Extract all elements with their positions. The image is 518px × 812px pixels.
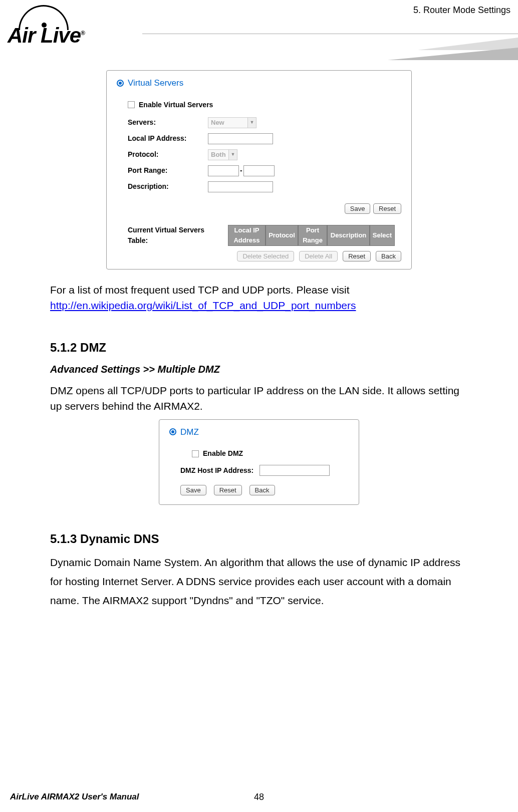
enable-virtual-servers-label: Enable Virtual Servers	[139, 100, 213, 110]
dmz-host-input[interactable]	[260, 465, 330, 476]
reset-button[interactable]: Reset	[373, 203, 401, 214]
airlive-logo: Air Live®	[8, 8, 85, 32]
radio-selected-icon	[117, 80, 124, 87]
radio-selected-icon	[169, 428, 176, 435]
servers-label: Servers:	[128, 117, 208, 128]
table-header: Description	[327, 225, 370, 246]
body-text-ports: For a list of most frequent used TCP and…	[50, 282, 468, 314]
dmz-panel: DMZ Enable DMZ DMZ Host IP Address: Save…	[159, 419, 359, 505]
page-footer: AirLive AIRMAX2 User's Manual 48	[0, 792, 518, 802]
port-range-start-input[interactable]	[208, 165, 239, 176]
table-header: Select	[370, 225, 395, 246]
reset-button[interactable]: Reset	[214, 485, 242, 495]
local-ip-input[interactable]	[208, 133, 273, 144]
save-button[interactable]: Save	[180, 485, 206, 495]
page-number: 48	[254, 792, 264, 802]
back-button[interactable]: Back	[376, 251, 401, 261]
local-ip-label: Local IP Address:	[128, 133, 208, 144]
table-header: Port Range	[298, 225, 327, 246]
chapter-header: 5. Router Mode Settings	[413, 5, 510, 16]
section-dmz-body: DMZ opens all TCP/UDP ports to particula…	[50, 383, 468, 414]
section-ddns-body: Dynamic Domain Name System. An algorithm…	[50, 553, 468, 610]
protocol-label: Protocol:	[128, 149, 208, 160]
section-ddns-heading: 5.1.3 Dynamic DNS	[50, 530, 468, 548]
save-button[interactable]: Save	[345, 203, 371, 214]
footer-manual-title: AirLive AIRMAX2 User's Manual	[10, 792, 139, 802]
servers-select[interactable]: New	[208, 117, 248, 128]
logo-text: Air Live®	[8, 24, 85, 47]
panel-title: DMZ	[180, 426, 199, 439]
enable-virtual-servers-checkbox[interactable]	[128, 101, 135, 108]
delete-all-button[interactable]: Delete All	[299, 251, 338, 261]
section-dmz-subheading: Advanced Settings >> Multiple DMZ	[50, 362, 468, 377]
dmz-host-label: DMZ Host IP Address:	[180, 465, 253, 476]
range-dash: -	[240, 165, 242, 176]
wikipedia-link[interactable]: http://en.wikipedia.org/wiki/List_of_TCP…	[50, 300, 356, 311]
back-button[interactable]: Back	[249, 485, 275, 495]
panel-title: Virtual Servers	[128, 77, 183, 90]
delete-selected-button[interactable]: Delete Selected	[237, 251, 294, 261]
dropdown-arrow-icon[interactable]: ▼	[247, 117, 256, 128]
current-table-label: Current Virtual Servers Table:	[128, 225, 223, 246]
virtual-servers-panel: Virtual Servers Enable Virtual Servers S…	[106, 70, 412, 269]
protocol-select[interactable]: Both	[208, 149, 229, 160]
table-header: Local IP Address	[228, 225, 266, 246]
virtual-servers-table: Local IP Address Protocol Port Range Des…	[228, 225, 395, 246]
description-input[interactable]	[208, 181, 273, 192]
reset-button[interactable]: Reset	[343, 251, 371, 261]
description-label: Description:	[128, 181, 208, 192]
enable-dmz-checkbox[interactable]	[192, 450, 199, 457]
port-range-label: Port Range:	[128, 165, 208, 176]
section-dmz-heading: 5.1.2 DMZ	[50, 339, 468, 357]
header-swoosh	[142, 28, 518, 58]
port-range-end-input[interactable]	[243, 165, 275, 176]
dropdown-arrow-icon[interactable]: ▼	[228, 149, 237, 160]
enable-dmz-label: Enable DMZ	[203, 448, 243, 459]
table-header: Protocol	[266, 225, 298, 246]
